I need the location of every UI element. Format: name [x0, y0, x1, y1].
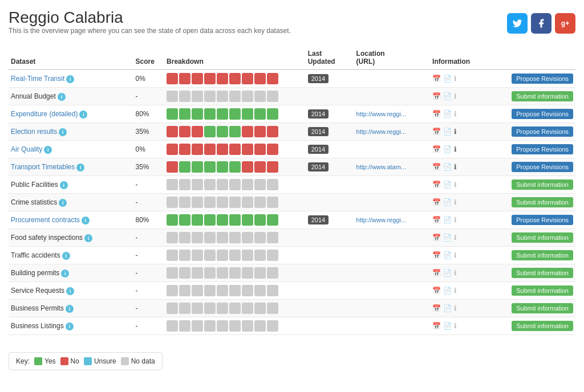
submit-information-button[interactable]: Submit information: [512, 303, 573, 313]
score-cell: -: [133, 264, 164, 282]
info-circle-icon[interactable]: ℹ: [454, 269, 457, 277]
dataset-info-icon[interactable]: i: [60, 181, 68, 189]
info-circle-icon[interactable]: ℹ: [454, 128, 457, 136]
submit-information-button[interactable]: Submit information: [512, 197, 573, 207]
calendar-icon[interactable]: 📅: [432, 128, 441, 136]
info-circle-icon[interactable]: ℹ: [454, 75, 457, 83]
table-row: Transport Timetablesi35%2014http://www.a…: [9, 158, 575, 176]
calendar-icon[interactable]: 📅: [432, 304, 441, 312]
dataset-info-icon[interactable]: i: [76, 164, 84, 172]
document-icon[interactable]: 📄: [443, 216, 452, 224]
facebook-icon[interactable]: [531, 13, 551, 34]
document-icon[interactable]: 📄: [443, 304, 452, 312]
dataset-info-icon[interactable]: i: [58, 93, 66, 101]
info-circle-icon[interactable]: ℹ: [454, 163, 457, 171]
dataset-info-icon[interactable]: i: [61, 270, 69, 277]
info-circle-icon[interactable]: ℹ: [454, 198, 457, 206]
calendar-icon[interactable]: 📅: [432, 92, 441, 100]
dataset-link[interactable]: Procurement contracts: [11, 216, 80, 224]
propose-revisions-button[interactable]: Propose Revisions: [512, 126, 573, 137]
dataset-info-icon[interactable]: i: [84, 234, 92, 242]
breakdown-icon: [204, 303, 216, 314]
breakdown-cell: [164, 211, 306, 229]
info-circle-icon[interactable]: ℹ: [454, 145, 457, 153]
location-link[interactable]: http://www.reggi...: [356, 217, 406, 223]
action-cell: Submit information: [485, 264, 575, 282]
location-link[interactable]: http://www.atam...: [356, 164, 406, 170]
location-link[interactable]: http://www.reggi...: [356, 111, 406, 117]
calendar-icon[interactable]: 📅: [432, 163, 441, 171]
dataset-info-icon[interactable]: i: [44, 146, 52, 154]
document-icon[interactable]: 📄: [443, 128, 452, 136]
info-circle-icon[interactable]: ℹ: [454, 251, 457, 259]
propose-revisions-button[interactable]: Propose Revisions: [512, 74, 573, 84]
dataset-info-icon[interactable]: i: [66, 287, 74, 295]
document-icon[interactable]: 📄: [443, 234, 452, 242]
calendar-icon[interactable]: 📅: [432, 198, 441, 206]
submit-information-button[interactable]: Submit information: [512, 179, 573, 190]
dataset-info-icon[interactable]: i: [59, 128, 67, 136]
document-icon[interactable]: 📄: [443, 198, 452, 206]
dataset-info-icon[interactable]: i: [59, 199, 67, 207]
calendar-icon[interactable]: 📅: [432, 216, 441, 224]
info-circle-icon[interactable]: ℹ: [454, 234, 457, 242]
document-icon[interactable]: 📄: [443, 251, 452, 259]
document-icon[interactable]: 📄: [443, 287, 452, 295]
document-icon[interactable]: 📄: [443, 110, 452, 118]
dataset-link[interactable]: Election results: [11, 128, 57, 136]
twitter-icon[interactable]: [507, 13, 528, 34]
submit-information-button[interactable]: Submit information: [512, 232, 573, 243]
calendar-icon[interactable]: 📅: [432, 181, 441, 189]
propose-revisions-button[interactable]: Propose Revisions: [512, 109, 573, 119]
document-icon[interactable]: 📄: [443, 163, 452, 171]
submit-information-button[interactable]: Submit information: [512, 321, 573, 331]
submit-information-button[interactable]: Submit information: [512, 91, 573, 101]
document-icon[interactable]: 📄: [443, 92, 452, 100]
breakdown-icon: [242, 161, 253, 173]
location-link[interactable]: http://www.reggi...: [356, 128, 406, 135]
dataset-info-icon[interactable]: i: [66, 75, 74, 83]
document-icon[interactable]: 📄: [443, 145, 452, 153]
col-header-information: Information: [430, 46, 485, 70]
calendar-icon[interactable]: 📅: [432, 75, 441, 83]
info-circle-icon[interactable]: ℹ: [454, 287, 457, 295]
document-icon[interactable]: 📄: [443, 269, 452, 277]
document-icon[interactable]: 📄: [443, 181, 452, 189]
submit-information-button[interactable]: Submit information: [512, 285, 573, 296]
document-icon[interactable]: 📄: [443, 75, 452, 83]
calendar-icon[interactable]: 📅: [432, 287, 441, 295]
dataset-info-icon[interactable]: i: [66, 322, 74, 330]
action-cell: Submit information: [485, 300, 575, 317]
dataset-link[interactable]: Real-Time Transit: [11, 75, 64, 83]
info-circle-icon[interactable]: ℹ: [454, 110, 457, 118]
dataset-link[interactable]: Expenditure (detailed): [11, 110, 78, 118]
calendar-icon[interactable]: 📅: [432, 110, 441, 118]
breakdown-icon: [229, 73, 241, 84]
info-circle-icon[interactable]: ℹ: [454, 216, 457, 224]
info-circle-icon[interactable]: ℹ: [454, 92, 457, 100]
document-icon[interactable]: 📄: [443, 322, 452, 330]
calendar-icon[interactable]: 📅: [432, 145, 441, 153]
calendar-icon[interactable]: 📅: [432, 234, 441, 242]
calendar-icon[interactable]: 📅: [432, 269, 441, 277]
dataset-link[interactable]: Air Quality: [11, 145, 42, 153]
google-plus-icon[interactable]: g+: [555, 13, 575, 34]
info-circle-icon[interactable]: ℹ: [454, 304, 457, 312]
breakdown-icon: [179, 303, 190, 314]
propose-revisions-button[interactable]: Propose Revisions: [512, 162, 573, 172]
info-circle-icon[interactable]: ℹ: [454, 322, 457, 330]
propose-revisions-button[interactable]: Propose Revisions: [512, 144, 573, 154]
calendar-icon[interactable]: 📅: [432, 322, 441, 330]
propose-revisions-button[interactable]: Propose Revisions: [512, 215, 573, 225]
dataset-label: Business Permits: [11, 304, 64, 312]
dataset-info-icon[interactable]: i: [62, 252, 70, 260]
breakdown-icon: [217, 285, 228, 296]
submit-information-button[interactable]: Submit information: [512, 268, 573, 278]
dataset-link[interactable]: Transport Timetables: [11, 163, 75, 171]
calendar-icon[interactable]: 📅: [432, 251, 441, 259]
dataset-info-icon[interactable]: i: [66, 305, 74, 313]
info-circle-icon[interactable]: ℹ: [454, 181, 457, 189]
submit-information-button[interactable]: Submit information: [512, 250, 573, 260]
dataset-info-icon[interactable]: i: [82, 217, 90, 224]
dataset-info-icon[interactable]: i: [79, 111, 87, 119]
